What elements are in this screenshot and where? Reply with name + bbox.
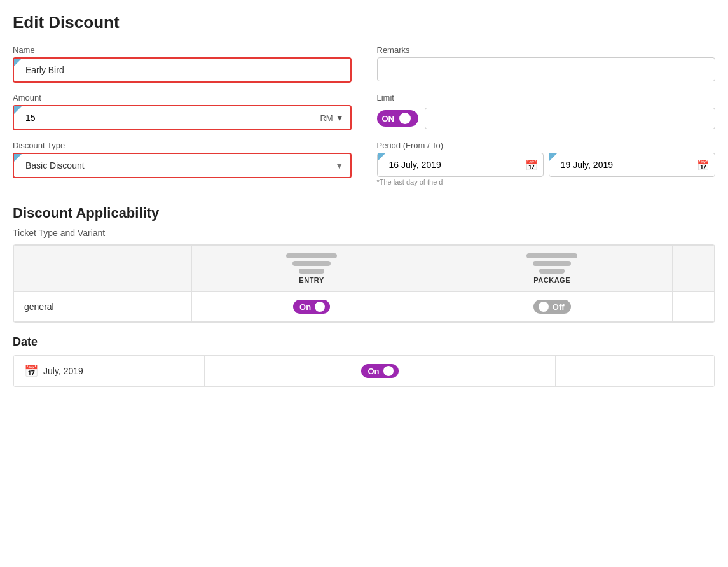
col-extra bbox=[672, 246, 714, 292]
entry-col-label: ENTRY bbox=[197, 276, 427, 284]
limit-row: ON bbox=[377, 108, 716, 129]
general-entry-toggle[interactable]: On bbox=[293, 300, 330, 314]
last-day-note: *The last day of the d bbox=[377, 178, 716, 186]
date-cell-content: 📅 July, 2019 bbox=[24, 364, 199, 378]
blur-line-1 bbox=[286, 253, 337, 258]
ticket-type-table-wrap: ENTRY PACKAGE gene bbox=[13, 244, 715, 323]
blur-line-6 bbox=[539, 269, 565, 274]
limit-field-group: Limit ON bbox=[377, 93, 716, 130]
limit-toggle-circle bbox=[399, 113, 411, 124]
period-label: Period (From / To) bbox=[377, 141, 716, 150]
corner-indicator-name bbox=[14, 59, 22, 66]
remarks-field-group: Remarks bbox=[377, 45, 716, 83]
general-package-toggle-label: Off bbox=[553, 302, 565, 312]
period-to-wrap: 📅 bbox=[549, 153, 715, 177]
period-from-input[interactable] bbox=[378, 153, 520, 176]
general-extra-cell bbox=[672, 292, 714, 322]
currency-selector[interactable]: RM ▼ bbox=[313, 113, 350, 123]
name-input-wrap bbox=[13, 57, 352, 83]
general-entry-toggle-label: On bbox=[299, 302, 311, 312]
general-entry-cell: On bbox=[191, 292, 432, 322]
date-toggle-button[interactable]: On bbox=[361, 364, 398, 378]
general-package-cell: Off bbox=[432, 292, 672, 322]
date-toggle-circle bbox=[383, 366, 394, 376]
corner-indicator-to bbox=[549, 153, 557, 161]
ticket-type-subtitle: Ticket Type and Variant bbox=[13, 228, 715, 238]
page-title: Edit Discount bbox=[13, 13, 715, 32]
amount-row: RM ▼ bbox=[14, 106, 350, 129]
table-header-row: ENTRY PACKAGE bbox=[14, 246, 715, 292]
col-empty bbox=[14, 246, 192, 292]
package-col-label: PACKAGE bbox=[437, 276, 667, 284]
corner-indicator-from bbox=[378, 153, 385, 161]
date-table: 📅 July, 2019 On bbox=[13, 356, 715, 386]
limit-toggle-button[interactable]: ON bbox=[377, 110, 419, 127]
remarks-input-wrap bbox=[377, 57, 716, 81]
calendar-to-icon[interactable]: 📅 bbox=[692, 159, 715, 171]
entry-blurred-content bbox=[197, 253, 427, 274]
date-toggle-cell: On bbox=[205, 356, 556, 386]
blur-line-3 bbox=[299, 269, 324, 274]
blur-line-5 bbox=[533, 261, 571, 266]
general-entry-toggle-circle bbox=[315, 302, 325, 312]
amount-input-wrap: RM ▼ bbox=[13, 105, 352, 130]
general-cell: general bbox=[14, 292, 192, 322]
general-label: general bbox=[24, 302, 54, 312]
discount-type-field-group: Discount Type Basic Discount ▼ bbox=[13, 141, 352, 186]
remarks-input[interactable] bbox=[378, 58, 715, 81]
applicability-title: Discount Applicability bbox=[13, 205, 715, 221]
discount-type-wrap: Basic Discount ▼ bbox=[13, 153, 352, 178]
amount-input[interactable] bbox=[14, 106, 313, 129]
calendar-from-icon[interactable]: 📅 bbox=[520, 159, 543, 171]
name-field-group: Name bbox=[13, 45, 352, 83]
general-package-toggle-circle bbox=[539, 302, 549, 312]
ticket-type-table: ENTRY PACKAGE gene bbox=[13, 245, 715, 322]
package-blurred-content bbox=[437, 253, 667, 274]
discount-type-label: Discount Type bbox=[13, 141, 352, 150]
date-table-wrap: 📅 July, 2019 On bbox=[13, 355, 715, 387]
date-section-title: Date bbox=[13, 335, 715, 349]
col-entry-header: ENTRY bbox=[191, 246, 432, 292]
date-row-label: July, 2019 bbox=[43, 366, 83, 376]
remarks-label: Remarks bbox=[377, 45, 716, 55]
period-from-wrap: 📅 bbox=[377, 153, 544, 177]
limit-label: Limit bbox=[377, 93, 716, 102]
date-toggle-label: On bbox=[367, 367, 379, 376]
period-to-input[interactable] bbox=[549, 153, 692, 176]
currency-label: RM bbox=[320, 113, 333, 123]
currency-chevron-icon: ▼ bbox=[336, 113, 344, 123]
table-row-general: general On Off bbox=[14, 292, 715, 322]
period-field-group: Period (From / To) 📅 📅 *The last day of … bbox=[377, 141, 716, 186]
blur-line-4 bbox=[526, 253, 577, 258]
discount-type-select[interactable]: Basic Discount bbox=[14, 154, 350, 177]
calendar-date-icon: 📅 bbox=[24, 364, 38, 378]
corner-indicator-amount bbox=[14, 106, 22, 114]
amount-label: Amount bbox=[13, 93, 352, 102]
amount-field-group: Amount RM ▼ bbox=[13, 93, 352, 130]
date-extra-cell2 bbox=[635, 356, 714, 386]
corner-indicator-discount bbox=[14, 154, 22, 162]
name-input[interactable] bbox=[14, 59, 350, 81]
limit-input[interactable] bbox=[425, 108, 715, 129]
applicability-section: Discount Applicability Ticket Type and V… bbox=[13, 205, 715, 387]
general-package-toggle[interactable]: Off bbox=[533, 300, 571, 314]
col-package-header: PACKAGE bbox=[432, 246, 672, 292]
name-label: Name bbox=[13, 45, 352, 55]
period-row: 📅 📅 bbox=[377, 153, 716, 177]
date-row-cell: 📅 July, 2019 bbox=[14, 356, 205, 386]
date-row: 📅 July, 2019 On bbox=[14, 356, 715, 386]
date-extra-cell bbox=[555, 356, 635, 386]
limit-toggle-label: ON bbox=[382, 114, 395, 123]
blur-line-2 bbox=[292, 261, 331, 266]
